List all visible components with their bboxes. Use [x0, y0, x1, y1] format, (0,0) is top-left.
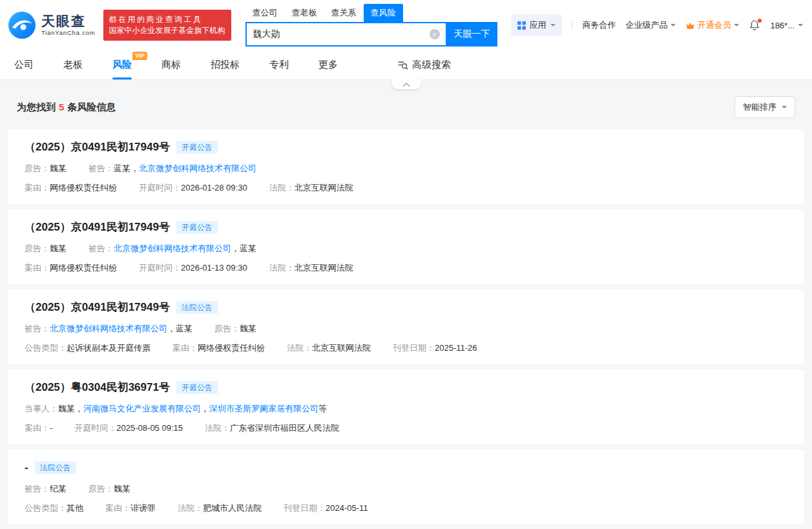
- case-number-title[interactable]: （2025）京0491民初17949号: [25, 220, 170, 234]
- nav-item-boss[interactable]: 老板: [63, 50, 83, 79]
- parties-row: 原告： 魏某 被告： 北京微梦创科网络技术有限公司 ，蓝某: [25, 244, 787, 254]
- card-header: （2025）京0491民初17949号 开庭公告: [25, 220, 787, 234]
- field-defendant: 被告： 纪某: [25, 484, 67, 494]
- nav-item-label: 公司: [14, 59, 34, 71]
- field-value: 肥城市人民法院: [203, 503, 262, 513]
- risk-card: （2025）京0491民初17949号 开庭公告 原告： 魏某 被告： 蓝某， …: [8, 129, 804, 204]
- nav-item-label: 风险: [112, 59, 132, 71]
- field-defendant: 被告： 蓝某， 北京微梦创科网络技术有限公司: [88, 163, 256, 174]
- case-number-title[interactable]: （2025）粤0304民初36971号: [25, 380, 170, 395]
- risk-card: （2025）粤0304民初36971号 开庭公告 当事人： 魏某， 河南微马文化…: [8, 369, 804, 444]
- field-value: 北京互联网法院: [295, 183, 353, 193]
- business-cooperation-link[interactable]: 商务合作: [582, 19, 616, 31]
- nav-item-trademark[interactable]: 商标: [161, 50, 181, 79]
- field-label: 法院：: [178, 503, 203, 513]
- notifications-bell[interactable]: [749, 19, 760, 31]
- field-value: 魏某: [240, 324, 256, 334]
- field-plaintiff: 原告： 魏某: [88, 484, 130, 494]
- case-number-title[interactable]: -: [25, 461, 28, 475]
- apps-menu[interactable]: 应用: [511, 14, 562, 36]
- banner-line2: 国家中小企业发展子基金旗下机构: [109, 25, 225, 36]
- search-tabs: 查公司 查老板 查关系 查风险: [245, 4, 497, 22]
- account-phone-menu[interactable]: 186*...: [770, 21, 803, 30]
- advanced-search-icon: [397, 59, 408, 70]
- logo-text: 天眼查 TianYanCha.com: [41, 14, 96, 37]
- search-input[interactable]: [247, 23, 430, 45]
- sort-label: 智能排序: [743, 101, 776, 113]
- field-value: 2024-05-11: [326, 503, 368, 513]
- case-number-title[interactable]: （2025）京0491民初17949号: [25, 300, 170, 315]
- company-link[interactable]: 深圳市圣斯罗阑家居有限公司: [209, 404, 318, 414]
- field-court: 法院： 肥城市人民法院: [178, 503, 262, 513]
- results-main: 为您找到5条风险信息 智能排序 （2025）京0491民初17949号 开庭公告…: [0, 79, 812, 524]
- case-number-title[interactable]: （2025）京0491民初17949号: [25, 140, 170, 154]
- field-label: 案由：: [25, 263, 50, 273]
- case-type-badge: 开庭公告: [176, 381, 218, 394]
- field-defendant: 被告： 北京微梦创科网络技术有限公司 ，蓝某: [25, 324, 193, 334]
- company-link[interactable]: 北京微梦创科网络技术有限公司: [114, 244, 231, 254]
- nav-item-bidding[interactable]: 招投标: [211, 50, 240, 79]
- divider: [572, 21, 572, 30]
- clear-search-icon[interactable]: ×: [430, 29, 440, 39]
- nav-item-patent[interactable]: 专利: [269, 50, 289, 79]
- nav-item-risk[interactable]: 风险 VIP: [112, 50, 132, 79]
- field-value: -: [50, 423, 52, 433]
- field-value: 2026-01-28 09:30: [181, 183, 247, 193]
- field-label: 法院：: [205, 423, 230, 433]
- search-tab-relation[interactable]: 查关系: [324, 4, 364, 22]
- open-membership-link[interactable]: 开通会员: [685, 19, 739, 31]
- field-plaintiff: 原告： 魏某: [25, 244, 67, 254]
- main-nav: 公司 老板 风险 VIP 商标 招投标 专利 更多 高级搜索: [0, 50, 812, 79]
- field-value: ，蓝某: [231, 244, 256, 254]
- field-value: 2025-11-26: [435, 343, 477, 353]
- advanced-search-button[interactable]: 高级搜索: [397, 59, 451, 71]
- search-tab-risk[interactable]: 查风险: [364, 4, 403, 22]
- field-value: 魏某，: [58, 404, 83, 414]
- caret-down-icon: [798, 24, 803, 26]
- field-label: 原告：: [25, 163, 50, 174]
- field-value: 蓝某，: [114, 163, 139, 174]
- field-label: 被告：: [88, 163, 114, 174]
- field-value: 网络侵权责任纠纷: [50, 263, 117, 273]
- collapse-results-tab[interactable]: [391, 79, 421, 89]
- company-link[interactable]: 北京微梦创科网络技术有限公司: [50, 324, 167, 334]
- apps-grid-icon: [517, 21, 526, 30]
- card-header: - 法院公告: [25, 461, 787, 475]
- enterprise-products-menu[interactable]: 企业级产品: [625, 19, 676, 31]
- field-label: 公告类型：: [25, 343, 67, 353]
- caret-down-icon: [671, 24, 676, 26]
- risk-card: - 法院公告 被告： 纪某 原告： 魏某 公告类型： 其他 案由： 诽谤罪 法: [8, 450, 804, 524]
- company-link[interactable]: 北京微梦创科网络技术有限公司: [139, 163, 256, 174]
- case-type-badge: 法院公告: [176, 301, 218, 314]
- nav-item-label: 专利: [269, 59, 289, 71]
- field-label: 案由：: [25, 183, 50, 193]
- caret-down-icon: [734, 24, 739, 26]
- count-number: 5: [59, 101, 64, 112]
- search-tab-boss[interactable]: 查老板: [285, 4, 324, 22]
- field-label: 公告类型：: [25, 503, 67, 513]
- field-value: 2025-08-05 09:15: [116, 423, 183, 433]
- notification-dot: [758, 19, 762, 23]
- field-court: 法院： 北京互联网法院: [269, 183, 353, 193]
- field-label: 案由：: [105, 503, 130, 513]
- field-label: 开庭时间：: [139, 263, 181, 273]
- smart-sort-button[interactable]: 智能排序: [734, 96, 795, 118]
- nav-item-more[interactable]: 更多: [318, 50, 338, 79]
- nav-item-company[interactable]: 公司: [14, 50, 34, 79]
- banner-line1: 都在用的商业查询工具: [109, 14, 225, 25]
- search-button[interactable]: 天眼一下: [447, 22, 497, 47]
- field-publish-date: 刊登日期： 2025-11-26: [393, 343, 477, 353]
- tianyancha-logo[interactable]: 天眼查 TianYanCha.com: [8, 11, 96, 39]
- field-value: 纪某: [50, 484, 67, 494]
- field-label: 原告：: [88, 484, 114, 494]
- search-row: × 天眼一下: [245, 22, 497, 47]
- card-header: （2025）粤0304民初36971号 开庭公告: [25, 380, 787, 395]
- company-link[interactable]: 河南微马文化产业发展有限公司: [83, 404, 201, 414]
- field-value: 魏某: [50, 163, 67, 174]
- details-row: 案由： - 开庭时间： 2025-08-05 09:15 法院： 广东省深圳市福…: [25, 423, 787, 433]
- field-label: 原告：: [25, 244, 50, 254]
- logo-eye-icon: [8, 11, 36, 39]
- field-value: 其他: [67, 503, 83, 513]
- menu-label: 开通会员: [697, 19, 731, 31]
- search-tab-company[interactable]: 查公司: [245, 4, 285, 22]
